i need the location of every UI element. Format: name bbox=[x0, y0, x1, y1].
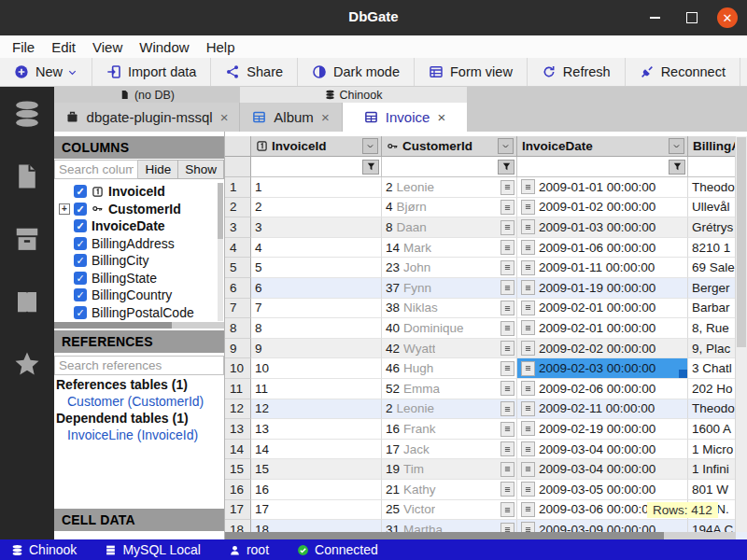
invoice-id-cell[interactable]: 4 bbox=[251, 238, 382, 259]
date-detail-button[interactable] bbox=[521, 361, 535, 376]
invoice-date-cell[interactable]: 2009-02-01 00:00:00 bbox=[517, 299, 688, 319]
invoice-id-cell[interactable]: 12 bbox=[251, 399, 382, 420]
customer-id-cell[interactable]: 52Emma bbox=[382, 379, 517, 399]
date-detail-button[interactable] bbox=[521, 421, 535, 436]
invoice-id-cell[interactable]: 5 bbox=[251, 258, 382, 278]
invoice-date-cell[interactable]: 2009-02-03 00:00:00 bbox=[517, 358, 688, 379]
column-checkbox[interactable]: ✓ bbox=[74, 203, 87, 216]
row-number-cell[interactable]: 10 bbox=[225, 358, 251, 379]
tab-dbgate-plugin-mssql[interactable]: dbgate-plugin-mssql× bbox=[54, 103, 240, 132]
invoice-date-cell[interactable]: 2009-03-04 00:00:00 bbox=[517, 459, 688, 480]
customer-id-cell[interactable]: 19Tim bbox=[382, 459, 517, 480]
column-checkbox[interactable]: ✓ bbox=[74, 306, 87, 319]
invoice-id-cell[interactable]: 3 bbox=[251, 217, 382, 238]
row-number-cell[interactable]: 3 bbox=[225, 217, 251, 238]
row-number-cell[interactable]: 9 bbox=[225, 339, 251, 359]
invoice-date-cell[interactable]: 2009-02-02 00:00:00 bbox=[517, 339, 688, 359]
column-checkbox[interactable]: ✓ bbox=[74, 185, 87, 198]
date-detail-button[interactable] bbox=[521, 260, 535, 275]
statusbar-chinook[interactable]: Chinook bbox=[11, 542, 77, 557]
invoice-date-cell[interactable]: 2009-02-01 00:00:00 bbox=[517, 318, 688, 339]
row-number-cell[interactable]: 5 bbox=[225, 258, 251, 278]
dependend-link-invoiceline[interactable]: InvoiceLine (InvoiceId) bbox=[62, 427, 222, 443]
column-checkbox[interactable]: ✓ bbox=[74, 272, 87, 285]
row-detail-button[interactable] bbox=[500, 240, 514, 255]
filter-cell-invoicedate[interactable] bbox=[517, 157, 688, 177]
theme-button[interactable]: Dark mode bbox=[298, 58, 415, 86]
row-detail-button[interactable] bbox=[500, 361, 514, 376]
invoice-id-cell[interactable]: 16 bbox=[251, 480, 382, 500]
invoice-date-cell[interactable]: 2009-03-05 00:00:00 bbox=[517, 480, 688, 500]
search-references-input[interactable] bbox=[54, 356, 224, 375]
tab-close-icon[interactable]: × bbox=[220, 109, 229, 125]
filter-funnel-button[interactable] bbox=[669, 160, 685, 175]
row-number-cell[interactable]: 14 bbox=[225, 440, 251, 460]
row-detail-button[interactable] bbox=[500, 482, 514, 497]
column-item-billingaddress[interactable]: ✓BillingAddress bbox=[54, 235, 224, 253]
grid-corner-cell[interactable] bbox=[225, 136, 251, 157]
rail-file-button[interactable] bbox=[13, 162, 41, 194]
customer-id-cell[interactable]: 38Niklas bbox=[382, 299, 517, 319]
grid-horizontal-scrollbar[interactable] bbox=[225, 532, 736, 539]
customer-id-cell[interactable]: 37Fynn bbox=[382, 278, 517, 299]
row-detail-button[interactable] bbox=[500, 280, 514, 295]
row-detail-button[interactable] bbox=[500, 422, 514, 437]
filter-cell-customerid[interactable] bbox=[382, 157, 517, 177]
column-header-invoicedate[interactable]: InvoiceDate bbox=[517, 136, 688, 157]
undo-button[interactable]: U bbox=[740, 58, 747, 86]
row-number-cell[interactable]: 16 bbox=[225, 480, 251, 500]
column-item-customerid[interactable]: +✓CustomerId bbox=[54, 201, 224, 218]
filter-cell-invoiceid[interactable] bbox=[251, 157, 382, 177]
column-dropdown-button[interactable] bbox=[669, 138, 684, 154]
search-columns-input[interactable] bbox=[54, 160, 138, 179]
column-item-billingcountry[interactable]: ✓BillingCountry bbox=[54, 287, 224, 304]
customer-id-cell[interactable]: 17Jack bbox=[382, 440, 517, 460]
column-item-invoicedate[interactable]: ✓InvoiceDate bbox=[54, 217, 224, 235]
date-detail-button[interactable] bbox=[521, 280, 535, 295]
invoice-id-cell[interactable]: 1 bbox=[251, 177, 382, 198]
column-checkbox[interactable]: ✓ bbox=[74, 254, 87, 267]
rail-database-button[interactable] bbox=[13, 100, 41, 132]
rail-star-button[interactable] bbox=[13, 350, 41, 382]
row-number-cell[interactable]: 1 bbox=[225, 177, 251, 198]
date-detail-button[interactable] bbox=[521, 240, 535, 255]
invoice-date-cell[interactable]: 2009-02-11 00:00:00 bbox=[517, 399, 688, 420]
invoice-date-cell[interactable]: 2009-01-11 00:00:00 bbox=[517, 258, 688, 278]
row-detail-button[interactable] bbox=[500, 321, 514, 336]
column-item-billingstate[interactable]: ✓BillingState bbox=[54, 270, 224, 287]
menu-help[interactable]: Help bbox=[198, 39, 244, 55]
row-detail-button[interactable] bbox=[500, 341, 514, 356]
row-number-cell[interactable]: 13 bbox=[225, 419, 251, 440]
invoice-date-cell[interactable]: 2009-03-04 00:00:00 bbox=[517, 440, 688, 460]
date-detail-button[interactable] bbox=[521, 219, 535, 234]
row-detail-button[interactable] bbox=[500, 462, 514, 477]
customer-id-cell[interactable]: 21Kathy bbox=[382, 480, 517, 500]
rail-archive-button[interactable] bbox=[13, 225, 41, 257]
customer-id-cell[interactable]: 40Dominique bbox=[382, 318, 517, 339]
invoice-date-cell[interactable]: 2009-01-02 00:00:00 bbox=[517, 198, 688, 218]
row-detail-button[interactable] bbox=[500, 441, 514, 456]
column-item-billingcity[interactable]: ✓BillingCity bbox=[54, 252, 224, 270]
row-number-cell[interactable]: 11 bbox=[225, 379, 251, 399]
reconnect-button[interactable]: Reconnect bbox=[626, 58, 740, 86]
tab-close-icon[interactable]: × bbox=[437, 109, 445, 125]
invoice-date-cell[interactable]: 2009-02-06 00:00:00 bbox=[517, 379, 688, 399]
customer-id-cell[interactable]: 23John bbox=[382, 258, 517, 278]
date-detail-button[interactable] bbox=[521, 179, 535, 194]
customer-id-cell[interactable]: 4Bjørn bbox=[382, 198, 517, 218]
filter-funnel-button[interactable] bbox=[498, 160, 514, 175]
column-item-invoiceid[interactable]: ✓InvoiceId bbox=[54, 183, 224, 201]
date-detail-button[interactable] bbox=[521, 301, 535, 315]
share-button[interactable]: Share bbox=[211, 58, 298, 86]
invoice-id-cell[interactable]: 8 bbox=[251, 318, 382, 339]
invoice-date-cell[interactable]: 2009-01-03 00:00:00 bbox=[517, 217, 688, 238]
plus-circle-button[interactable]: New bbox=[0, 58, 92, 86]
statusbar-mysql-local[interactable]: MySQL Local bbox=[105, 542, 201, 557]
statusbar-root[interactable]: root bbox=[229, 542, 269, 557]
row-number-cell[interactable]: 15 bbox=[225, 459, 251, 480]
customer-id-cell[interactable]: 46Hugh bbox=[382, 358, 517, 379]
selection-handle[interactable] bbox=[679, 370, 687, 378]
customer-id-cell[interactable]: 25Victor bbox=[382, 500, 517, 521]
statusbar-connected[interactable]: Connected bbox=[297, 542, 378, 557]
invoice-date-cell[interactable]: 2009-01-01 00:00:00 bbox=[517, 177, 688, 198]
